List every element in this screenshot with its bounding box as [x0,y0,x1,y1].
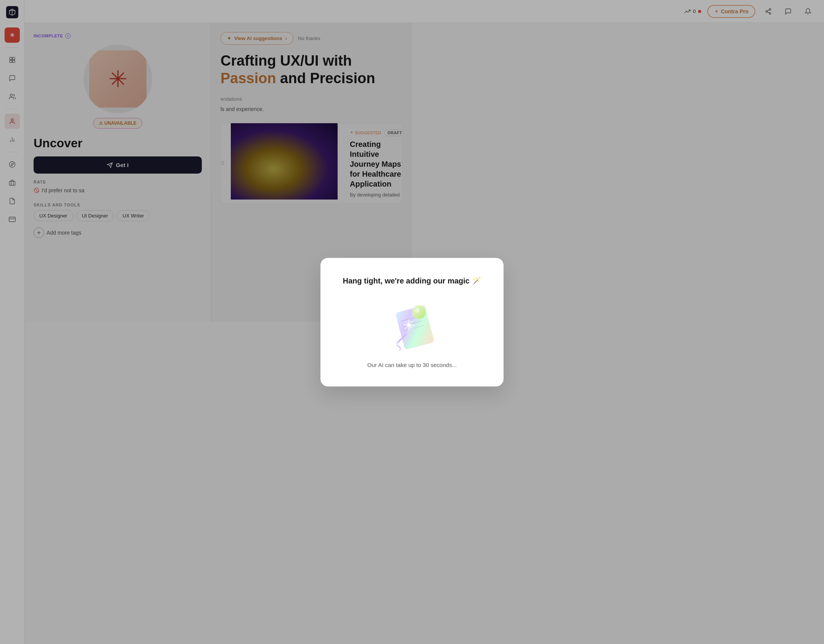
modal-overlay[interactable]: Hang tight, we're adding our magic 🪄 [0,0,412,322]
loading-modal: Hang tight, we're adding our magic 🪄 [320,258,412,322]
modal-title: Hang tight, we're adding our magic 🪄 [343,276,412,285]
magic-animation-svg [378,298,412,322]
svg-rect-23 [395,305,412,322]
modal-animation [378,298,412,322]
